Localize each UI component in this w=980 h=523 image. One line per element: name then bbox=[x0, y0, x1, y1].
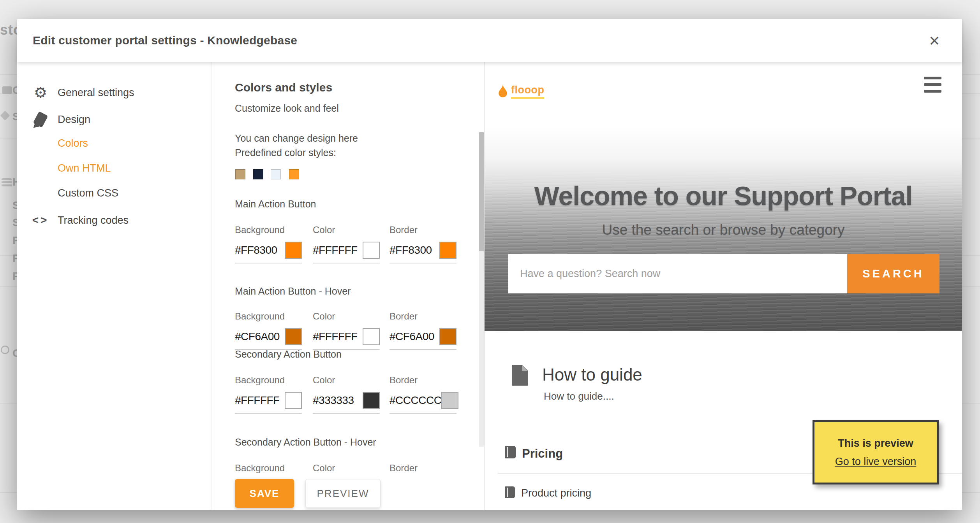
settings-scrollbar-thumb[interactable] bbox=[479, 132, 484, 251]
backdrop-icon bbox=[2, 178, 12, 187]
section-title: Secondary Action Button - Hover bbox=[235, 437, 376, 448]
color-swatch[interactable] bbox=[363, 242, 380, 259]
hero-subtitle: Use the search or browse by category bbox=[485, 222, 962, 238]
color-swatch[interactable] bbox=[285, 242, 302, 259]
color-swatch[interactable] bbox=[363, 328, 380, 345]
color-field-color[interactable]: Color #FFFFFF bbox=[313, 225, 380, 263]
portal-live-preview: flooop Welcome to our Support Portal Use… bbox=[485, 62, 962, 510]
section-title: Main Action Button bbox=[235, 198, 316, 210]
hex-value-input[interactable]: #FFFFFF bbox=[313, 244, 358, 256]
backdrop-icon bbox=[1, 346, 9, 354]
color-swatch[interactable] bbox=[441, 392, 458, 409]
sidebar-item-label: General settings bbox=[58, 87, 134, 99]
screen: stor C S H S S F F F C Edit customer por… bbox=[0, 0, 980, 523]
predefined-style-swatch[interactable] bbox=[289, 169, 299, 179]
color-field-background[interactable]: Background #FF8300 bbox=[235, 225, 302, 263]
hero-title: Welcome to our Support Portal bbox=[485, 181, 962, 211]
colors-settings-panel: Colors and styles Customize look and fee… bbox=[212, 62, 485, 510]
sidebar-item-design[interactable]: Design bbox=[17, 109, 212, 130]
search-bar: SEARCH bbox=[508, 254, 939, 293]
search-button[interactable]: SEARCH bbox=[847, 254, 939, 293]
hex-value-input[interactable]: #333333 bbox=[313, 394, 354, 407]
hex-value-input[interactable]: #CF6A00 bbox=[390, 330, 434, 343]
edit-portal-settings-dialog: Edit customer portal settings - Knowledg… bbox=[17, 19, 962, 510]
sidebar-item-label: Design bbox=[58, 114, 90, 126]
sidebar-item-label: Tracking codes bbox=[58, 214, 129, 226]
panel-hint: Predefined color styles: bbox=[235, 147, 336, 158]
section-title: Secondary Action Button bbox=[235, 349, 342, 360]
color-field-border[interactable]: Border #CCCCCC bbox=[390, 375, 457, 414]
panel-title: Colors and styles bbox=[235, 81, 332, 94]
preview-note-title: This is preview bbox=[838, 437, 913, 449]
dialog-titlebar: Edit customer portal settings - Knowledg… bbox=[17, 19, 962, 62]
hex-value-input[interactable]: #FF8300 bbox=[390, 244, 432, 256]
backdrop-icon bbox=[0, 111, 10, 120]
color-field-background[interactable]: Background #CF6A00 bbox=[235, 311, 302, 350]
panel-subtitle: Customize look and feel bbox=[235, 103, 339, 114]
backdrop-icon bbox=[2, 86, 12, 94]
category-product-pricing[interactable]: Product pricing bbox=[521, 487, 591, 499]
color-field-color[interactable]: Color #333333 bbox=[313, 375, 380, 414]
hex-value-input[interactable]: #FFFFFF bbox=[235, 394, 280, 407]
go-to-live-version-link[interactable]: Go to live version bbox=[835, 456, 917, 468]
portal-logo-text: flooop bbox=[511, 84, 544, 99]
document-icon bbox=[512, 365, 528, 386]
sidebar-item-tracking-codes[interactable]: <> Tracking codes bbox=[17, 210, 212, 230]
menu-icon[interactable] bbox=[924, 77, 941, 97]
color-field-border[interactable]: Border #FF8300 bbox=[390, 225, 457, 263]
design-icon bbox=[32, 111, 49, 128]
predefined-style-swatch[interactable] bbox=[235, 169, 245, 179]
article-title[interactable]: How to guide bbox=[542, 365, 642, 384]
save-button[interactable]: SAVE bbox=[235, 479, 294, 508]
color-swatch[interactable] bbox=[285, 328, 302, 345]
code-icon: <> bbox=[32, 212, 49, 229]
sidebar-item-custom-css[interactable]: Custom CSS bbox=[17, 183, 212, 203]
sidebar-item-colors[interactable]: Colors bbox=[17, 133, 212, 153]
predefined-style-swatch[interactable] bbox=[253, 169, 263, 179]
article-excerpt: How to guide.... bbox=[544, 390, 614, 402]
settings-nav-sidebar: ⚙ General settings Design Colors Own HTM… bbox=[17, 62, 212, 510]
sidebar-item-label: Colors bbox=[58, 137, 88, 149]
color-swatch[interactable] bbox=[363, 392, 380, 409]
color-field-border[interactable]: Border #CF6A00 bbox=[390, 311, 457, 350]
sidebar-item-label: Own HTML bbox=[58, 162, 111, 174]
hex-value-input[interactable]: #FFFFFF bbox=[313, 330, 358, 343]
settings-footer: SAVE PREVIEW bbox=[212, 477, 483, 510]
book-icon bbox=[505, 486, 515, 498]
droplet-icon bbox=[498, 84, 508, 98]
panel-hint: You can change design here bbox=[235, 133, 358, 144]
preview-button[interactable]: PREVIEW bbox=[305, 479, 381, 508]
portal-logo[interactable]: flooop bbox=[498, 84, 544, 99]
color-swatch[interactable] bbox=[285, 392, 302, 409]
color-field-color[interactable]: Color #FFFFFF bbox=[313, 311, 380, 350]
section-title: Main Action Button - Hover bbox=[235, 286, 351, 297]
preview-mode-note: This is preview Go to live version bbox=[813, 420, 939, 484]
hex-value-input[interactable]: #FF8300 bbox=[235, 244, 277, 256]
predefined-style-swatch[interactable] bbox=[271, 169, 281, 179]
settings-scrollbar-track[interactable] bbox=[479, 132, 484, 447]
color-swatch[interactable] bbox=[439, 328, 457, 345]
color-field-background[interactable]: Background #FFFFFF bbox=[235, 375, 302, 414]
gear-icon: ⚙ bbox=[32, 84, 49, 101]
dialog-title: Edit customer portal settings - Knowledg… bbox=[33, 34, 297, 47]
sidebar-item-label: Custom CSS bbox=[58, 187, 118, 199]
sidebar-item-own-html[interactable]: Own HTML bbox=[17, 158, 212, 178]
hex-value-input[interactable]: #CCCCCC bbox=[390, 394, 441, 407]
close-icon[interactable]: × bbox=[921, 19, 948, 62]
hex-value-input[interactable]: #CF6A00 bbox=[235, 330, 280, 343]
sidebar-item-general-settings[interactable]: ⚙ General settings bbox=[17, 82, 212, 103]
book-icon bbox=[505, 446, 516, 458]
color-swatch[interactable] bbox=[439, 242, 457, 259]
category-pricing[interactable]: Pricing bbox=[522, 447, 563, 461]
search-input[interactable] bbox=[508, 254, 847, 293]
